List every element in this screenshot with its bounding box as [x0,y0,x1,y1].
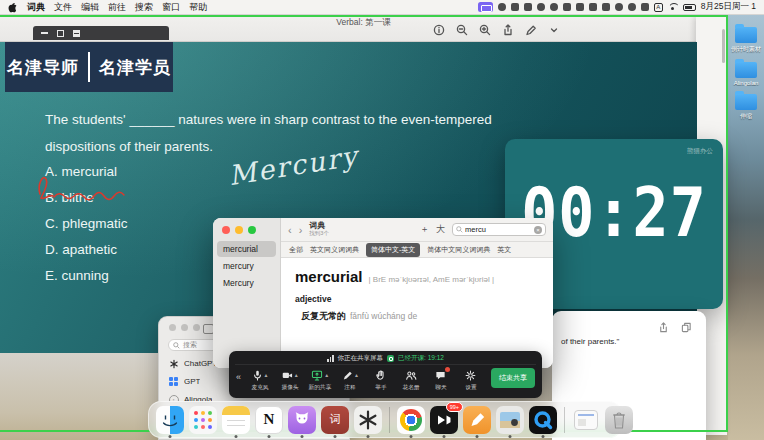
badge-window-titlebar[interactable] [33,26,169,40]
menu-go[interactable]: 前往 [108,1,126,14]
zoom-in-icon[interactable] [478,23,492,37]
folder-icon[interactable] [735,94,757,110]
notes-dock-icon[interactable] [222,406,250,434]
capcut-dock-icon[interactable]: 99+ [430,406,458,434]
dictionary-window: mercurial mercury Mercury ‹ › 词典 找到3个 ＋ … [213,218,553,368]
mic-button[interactable]: ▲ 麦克风 [246,370,274,392]
chevron-down-icon[interactable] [547,23,561,37]
option-e: E. cunning [45,268,109,283]
settings-button[interactable]: 设置 [457,370,485,392]
zoom-out-icon[interactable] [455,23,469,37]
record-icon[interactable] [550,3,558,11]
input-source-a-icon[interactable]: A [654,3,663,12]
pages-dock-icon[interactable] [463,406,491,434]
sidebar-result-item[interactable]: Mercury [217,275,276,291]
close-icon[interactable] [222,226,230,234]
headphones-icon[interactable] [628,3,636,11]
keyboard-icon[interactable] [602,3,610,11]
dictionary-tab-bar: 全部 英文同义词词典 简体中文-英文 简体中文同义词词典 英文 [281,242,553,258]
bluetooth-icon[interactable] [641,3,649,11]
forward-icon[interactable]: › [299,225,303,235]
camera-icon[interactable] [511,3,519,11]
dictionary-search-field[interactable]: × [452,223,546,236]
menu-search[interactable]: 搜索 [135,1,153,14]
font-larger-button[interactable]: 大 [436,223,445,236]
markup-icon[interactable] [524,23,538,37]
folder-label: Alingolan [728,80,764,86]
mic-icon [252,370,263,381]
sidebar-result-item[interactable]: mercury [217,258,276,274]
minimize-icon[interactable] [181,324,188,331]
battery-icon[interactable] [683,4,696,11]
screen-mirroring-icon[interactable] [478,2,493,12]
cat-app-dock-icon[interactable] [288,406,316,434]
tab-chinese-thesaurus[interactable]: 简体中文同义词词典 [427,245,490,255]
end-share-button[interactable]: 结束共享 [491,368,535,388]
gear-icon[interactable] [498,3,506,11]
clear-search-icon[interactable]: × [534,226,542,234]
class-timer-icon [387,355,394,362]
menu-edit[interactable]: 编辑 [81,1,99,14]
camera-button[interactable]: ▲ 摄像头 [276,370,304,392]
folder-icon[interactable] [735,62,757,78]
tab-english[interactable]: 英文 [497,245,511,255]
finder-dock-icon[interactable] [156,406,184,434]
chatgpt-icon [168,358,179,369]
menu-bar-clock[interactable]: 8月25日周一 1 [701,1,756,13]
close-icon[interactable] [169,324,176,331]
raise-hand-button[interactable]: 举手 [367,370,395,392]
font-smaller-button[interactable]: ＋ [420,223,429,236]
paw-icon[interactable] [563,3,571,11]
search-placeholder: 搜索 [183,340,197,350]
chevron-up-icon[interactable]: ▲ [324,372,329,378]
chevron-up-icon[interactable]: ▲ [294,372,299,378]
chat-button[interactable]: 聊天 [427,370,455,392]
tab-all[interactable]: 全部 [289,245,303,255]
back-icon[interactable]: ‹ [288,225,292,235]
sidebar-result-item[interactable]: mercurial [217,241,276,257]
display-icon[interactable] [576,3,584,11]
share-icon[interactable] [658,319,669,337]
scrollbar[interactable] [722,29,725,63]
chatgpt-dock-icon[interactable] [354,406,382,434]
dictionary-app-dock-icon[interactable]: 词 [321,406,349,434]
zoom-icon[interactable] [248,226,256,234]
focus-icon[interactable] [615,3,623,11]
chrome-dock-icon[interactable] [397,406,425,434]
cat-icon[interactable] [537,3,545,11]
minimize-icon[interactable] [41,32,48,34]
share-icon[interactable] [501,23,515,37]
search-input[interactable] [465,225,532,234]
roster-button[interactable]: 花名册 [397,370,425,392]
maximize-icon[interactable] [57,30,64,37]
list-item[interactable]: GPT [168,376,200,387]
notion-dock-icon[interactable]: N [255,406,283,434]
minimized-window-dock-icon[interactable] [572,406,600,434]
cloud-icon[interactable] [524,3,532,11]
tab-chinese-english[interactable]: 简体中文-英文 [366,243,420,257]
preview-dock-icon[interactable] [496,406,524,434]
menu-help[interactable]: 帮助 [189,1,207,14]
new-share-button[interactable]: ▲ 新的共享 [306,370,334,392]
chevron-up-icon[interactable]: ▲ [354,372,359,378]
chevron-up-icon[interactable]: ▲ [264,372,269,378]
menu-file[interactable]: 文件 [54,1,72,14]
quicktime-dock-icon[interactable] [529,406,557,434]
apple-menu-icon[interactable] [8,2,18,13]
menu-icon[interactable] [73,30,80,37]
minimize-icon[interactable] [235,226,243,234]
list-item[interactable]: ChatGPT [168,358,217,369]
menu-dictionary[interactable]: 词典 [27,1,45,14]
zoom-icon[interactable] [193,324,200,331]
collapse-toolbar-icon[interactable]: « [235,372,244,390]
notes-icon[interactable] [589,3,597,11]
annotate-button[interactable]: ▲ 注释 [336,370,364,392]
folder-icon[interactable] [735,27,757,43]
wifi-icon[interactable] [668,3,678,11]
launchpad-dock-icon[interactable] [189,406,217,434]
info-icon[interactable] [432,23,446,37]
menu-window[interactable]: 窗口 [162,1,180,14]
tab-english-thesaurus[interactable]: 英文同义词词典 [310,245,359,255]
trash-dock-icon[interactable] [605,406,633,434]
copy-icon[interactable] [681,319,692,337]
